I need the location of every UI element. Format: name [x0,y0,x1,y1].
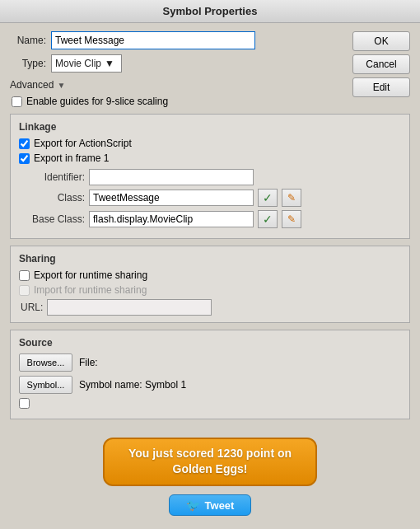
class-label: Class: [19,192,85,204]
export-as-label: Export for ActionScript [34,138,132,149]
base-class-row: Base Class: ✓ ✎ [19,210,401,228]
toast-notification: You just scored 1230 point onGolden Eggs… [103,438,317,486]
export-frame-label: Export in frame 1 [34,152,109,164]
url-label: URL: [21,302,43,313]
base-edit-icon: ✎ [287,213,296,225]
type-label: Type: [10,58,51,69]
name-input[interactable] [51,31,255,49]
base-class-check-button[interactable]: ✓ [258,210,278,228]
browse-row: Browse... File: [19,353,401,372]
advanced-label: Advanced [10,79,54,91]
import-runtime-label: Import for runtime sharing [34,284,147,296]
advanced-header[interactable]: Advanced ▼ [10,79,410,91]
symbol-name-label: Symbol name: Symbol 1 [79,379,186,391]
slice-scaling-checkbox[interactable] [12,96,22,107]
export-runtime-label: Export for runtime sharing [34,269,147,281]
class-check-button[interactable]: ✓ [258,189,278,207]
export-runtime-checkbox[interactable] [19,270,30,281]
sharing-title: Sharing [19,253,401,264]
symbol-row: Symbol... Symbol name: Symbol 1 [19,376,401,394]
edit-button[interactable]: Edit [352,77,410,97]
url-input[interactable] [47,299,212,316]
file-label: File: [79,357,98,368]
symbol-checkbox-row [19,398,401,409]
export-frame-checkbox[interactable] [19,153,30,164]
name-label: Name: [10,35,51,46]
identifier-input[interactable] [89,169,254,185]
class-edit-button[interactable]: ✎ [282,189,301,207]
export-as-row: Export for ActionScript [19,138,401,149]
tweet-bird-icon: 🐦 [186,499,200,512]
type-arrow-icon: ▼ [105,58,114,69]
base-class-label: Base Class: [19,213,85,225]
import-runtime-checkbox[interactable] [19,285,30,296]
right-buttons: OK Cancel Edit [352,31,410,97]
base-class-input[interactable] [89,211,254,227]
type-select[interactable]: Movie Clip ▼ [51,54,122,73]
source-title: Source [19,337,401,349]
symbol-checkbox[interactable] [19,398,30,409]
identifier-label: Identifier: [19,171,85,183]
class-row: Class: ✓ ✎ [19,189,401,207]
toast-text: You just scored 1230 point onGolden Eggs… [118,446,302,478]
identifier-row: Identifier: [19,169,401,185]
name-row: Name: [10,31,410,49]
import-runtime-row: Import for runtime sharing [19,284,401,296]
title-bar: Symbol Properties [0,0,420,23]
class-input[interactable] [89,190,254,206]
slice-scaling-label: Enable guides for 9-slice scaling [26,96,168,107]
check-icon: ✓ [263,191,273,204]
export-as-checkbox[interactable] [19,138,30,149]
symbol-button[interactable]: Symbol... [19,376,72,394]
browse-button[interactable]: Browse... [19,353,72,372]
ok-button[interactable]: OK [352,31,410,51]
source-panel: Source Browse... File: Symbol... Symbol … [10,330,410,419]
cancel-button[interactable]: Cancel [352,54,410,74]
tweet-button[interactable]: 🐦 Tweet [169,494,251,516]
base-check-icon: ✓ [263,213,273,226]
edit-icon: ✎ [287,192,296,204]
linkage-title: Linkage [19,121,401,133]
tweet-label: Tweet [205,499,235,512]
sharing-panel: Sharing Export for runtime sharing Impor… [10,246,410,323]
advanced-arrow-icon: ▼ [57,81,65,90]
base-class-edit-button[interactable]: ✎ [282,210,301,228]
slice-scaling-row: Enable guides for 9-slice scaling [12,96,410,107]
export-runtime-row: Export for runtime sharing [19,269,401,281]
linkage-panel: Linkage Export for ActionScript Export i… [10,114,410,239]
url-row: URL: [19,299,401,316]
dialog-title: Symbol Properties [163,5,258,17]
dialog-body: OK Cancel Edit Name: Type: Movie Clip ▼ … [0,23,420,527]
type-value: Movie Clip [55,58,101,69]
export-frame-row: Export in frame 1 [19,152,401,164]
type-row: Type: Movie Clip ▼ [10,54,410,73]
